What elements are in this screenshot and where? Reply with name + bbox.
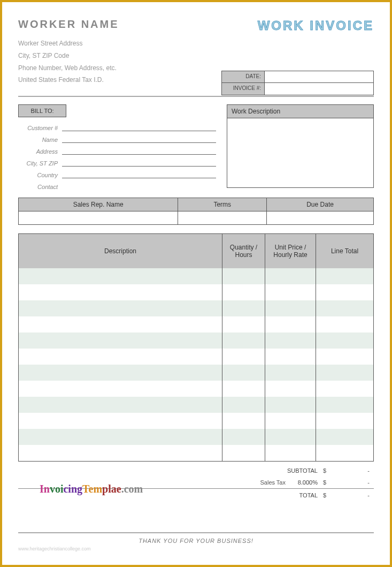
table-row[interactable] xyxy=(19,381,373,397)
logo: InvoicingTemplae.com xyxy=(40,483,143,495)
line-items-table: Description Quantity / Hours Unit Price … xyxy=(18,233,374,462)
terms-value[interactable] xyxy=(178,211,267,224)
name-label: Name xyxy=(18,137,62,143)
invoice-number-label: INVOICE #: xyxy=(222,83,265,95)
date-invoice-box: DATE: INVOICE #: xyxy=(221,71,374,95)
country-label: Country xyxy=(18,172,62,178)
date-label: DATE: xyxy=(222,71,265,82)
due-date-value[interactable] xyxy=(267,211,373,224)
customer-number-label: Customer # xyxy=(18,125,62,131)
total-label: TOTAL xyxy=(253,492,323,498)
document-title: WORK INVOICE xyxy=(258,18,374,33)
address-label: Address xyxy=(18,148,62,155)
bill-to-header: BILL TO: xyxy=(18,104,66,117)
contact-input[interactable] xyxy=(62,180,216,190)
table-row[interactable] xyxy=(19,268,373,284)
table-row[interactable] xyxy=(19,429,373,445)
total-value: - xyxy=(334,492,374,498)
table-row[interactable] xyxy=(19,349,373,365)
subtotal-label: SUBTOTAL xyxy=(253,467,323,474)
sales-rep-value[interactable] xyxy=(19,211,178,224)
city-st-zip-input[interactable] xyxy=(62,157,216,167)
col-line-total: Line Total xyxy=(316,234,373,268)
fine-print: www.heritagechristiancollege.com xyxy=(18,546,374,551)
city-st-zip-label: City, ST ZIP xyxy=(18,160,62,167)
work-description-body[interactable] xyxy=(227,118,374,188)
subtotal-value: - xyxy=(334,467,374,474)
col-quantity: Quantity / Hours xyxy=(222,234,265,268)
subtotal-currency: $ xyxy=(323,467,334,474)
thank-you-message: THANK YOU FOR YOUR BUSINESS! xyxy=(18,532,374,544)
table-row[interactable] xyxy=(19,284,373,300)
due-date-header: Due Date xyxy=(267,198,373,211)
sales-terms-row: Sales Rep. Name Terms Due Date xyxy=(18,198,374,225)
sales-rep-header: Sales Rep. Name xyxy=(19,198,178,211)
total-currency: $ xyxy=(323,492,334,498)
divider xyxy=(18,96,374,97)
table-row[interactable] xyxy=(19,445,373,461)
table-row[interactable] xyxy=(19,365,373,381)
terms-header: Terms xyxy=(178,198,267,211)
table-row[interactable] xyxy=(19,397,373,413)
sales-tax-currency: $ xyxy=(323,479,334,486)
country-input[interactable] xyxy=(62,169,216,178)
worker-name: WORKER NAME xyxy=(18,18,119,31)
table-row[interactable] xyxy=(19,316,373,332)
sales-tax-rate: 8.000% xyxy=(291,479,323,486)
date-value[interactable] xyxy=(265,71,373,82)
col-description: Description xyxy=(19,234,222,268)
sales-tax-value: - xyxy=(334,479,374,486)
contact-label: Contact xyxy=(18,184,62,190)
col-rate: Unit Price / Hourly Rate xyxy=(265,234,316,268)
sales-tax-label: Sales Tax xyxy=(253,479,291,486)
work-description-header: Work Description xyxy=(227,104,374,118)
table-row[interactable] xyxy=(19,300,373,316)
city-st-zip: City, ST ZIP Code xyxy=(18,50,374,62)
customer-number-input[interactable] xyxy=(62,122,216,131)
table-row[interactable] xyxy=(19,332,373,349)
street-address: Worker Street Address xyxy=(18,37,374,50)
invoice-number-value[interactable] xyxy=(265,83,373,95)
table-row[interactable] xyxy=(19,413,373,429)
name-input[interactable] xyxy=(62,133,216,143)
address-input[interactable] xyxy=(62,145,216,155)
